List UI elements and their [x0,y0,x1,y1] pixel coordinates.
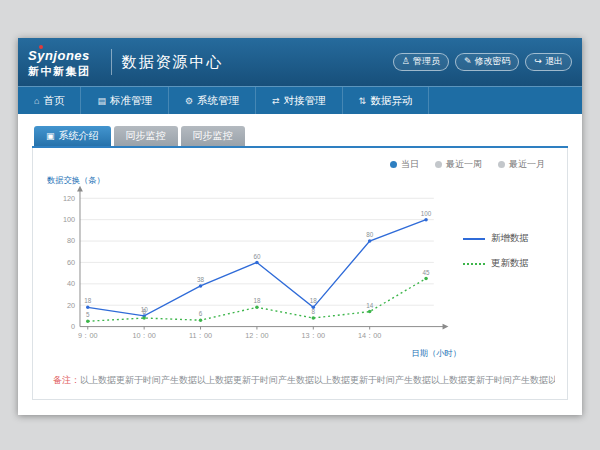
legend-item-updated-data[interactable]: 更新数据 [463,257,555,270]
admin-user-label: 管理员 [413,56,440,68]
nav-item-label: 对接管理 [284,94,326,108]
filter-last-month[interactable]: 最近一月 [498,158,545,171]
series-label: 更新数据 [491,257,529,270]
logout-button[interactable]: ↪ 退出 [525,53,572,71]
chart-area: 0204060801001209：0010：0011：0012：0013：001… [45,173,555,360]
filter-label: 最近一周 [446,158,482,171]
svg-text:12：00: 12：00 [245,331,268,340]
header-divider [111,49,112,75]
nav-item-data-change[interactable]: ⇅ 数据异动 [343,87,430,114]
password-icon: ✎ [464,56,472,68]
logout-label: 退出 [545,56,563,68]
tab-icon: ▣ [46,131,55,141]
time-range-legend: 当日 最近一周 最近一月 [45,156,555,171]
app-header: Synjones 新中新集团 数据资源中心 ♙ 管理员 ✎ 修改密码 ↪ 退出 [18,38,582,86]
footnote: 备注：以上数据更新于时间产生数据以上数据更新于时间产生数据以上数据更新于时间产生… [45,374,555,389]
svg-text:日期（小时）: 日期（小时） [412,349,462,358]
svg-text:38: 38 [197,276,205,283]
change-password-label: 修改密码 [474,56,510,68]
svg-text:40: 40 [67,279,75,288]
nav-item-interface-mgmt[interactable]: ⇄ 对接管理 [256,87,343,114]
tab-label: 同步监控 [193,129,233,143]
svg-text:11：00: 11：00 [189,331,212,340]
footnote-text: 以上数据更新于时间产生数据以上数据更新于时间产生数据以上数据更新于时间产生数据以… [80,375,555,385]
svg-text:0: 0 [71,322,75,331]
logo-text: Synjones [28,49,90,62]
svg-text:13：00: 13：00 [302,331,325,340]
svg-text:5: 5 [86,311,90,318]
svg-text:100: 100 [421,210,432,217]
svg-text:18: 18 [310,297,318,304]
tab-system-intro[interactable]: ▣ 系统介绍 [34,126,111,146]
filter-today[interactable]: 当日 [390,158,419,171]
tab-sync-monitor-2[interactable]: 同步监控 [181,126,245,146]
solid-line-sample-icon [463,238,485,240]
svg-text:45: 45 [423,269,431,276]
nav-item-home[interactable]: ⌂ 首页 [18,87,81,114]
svg-text:数据交换（条）: 数据交换（条） [47,175,105,185]
filter-label: 当日 [401,158,419,171]
page-title: 数据资源中心 [122,53,224,72]
filter-last-week[interactable]: 最近一周 [435,158,482,171]
svg-text:18: 18 [84,297,92,304]
svg-text:6: 6 [199,310,203,317]
svg-text:14: 14 [366,302,374,309]
nav-item-label: 首页 [43,94,64,108]
series-legend: 新增数据 更新数据 [463,173,555,360]
content-area: ▣ 系统介绍 同步监控 同步监控 当日 [18,114,582,400]
svg-text:8: 8 [142,308,146,315]
header-actions: ♙ 管理员 ✎ 修改密码 ↪ 退出 [393,53,572,71]
svg-text:60: 60 [253,253,261,260]
data-change-icon: ⇅ [359,96,367,106]
chart-canvas-wrap: 0204060801001209：0010：0011：0012：0013：001… [45,173,463,360]
svg-text:80: 80 [67,236,75,245]
tab-sync-monitor-1[interactable]: 同步监控 [114,126,178,146]
line-chart: 0204060801001209：0010：0011：0012：0013：001… [45,173,463,360]
logout-icon: ↪ [534,56,542,68]
svg-text:18: 18 [253,297,261,304]
svg-text:14：00: 14：00 [358,331,381,340]
last-month-dot-icon [498,161,505,168]
svg-text:100: 100 [63,215,75,224]
svg-text:60: 60 [67,258,75,267]
nav-item-label: 系统管理 [197,94,239,108]
footnote-label: 备注： [53,375,80,385]
desktop-background: Synjones 新中新集团 数据资源中心 ♙ 管理员 ✎ 修改密码 ↪ 退出 [0,0,600,450]
chart-panel: 当日 最近一周 最近一月 0204060801001209：0010：0011：… [32,148,568,400]
last-week-dot-icon [435,161,442,168]
svg-text:80: 80 [366,231,374,238]
brand-logo: Synjones 新中新集团 [28,47,91,77]
nav-item-system-mgmt[interactable]: ⚙ 系统管理 [169,87,256,114]
nav-item-standard-mgmt[interactable]: ▤ 标准管理 [81,87,169,114]
today-dot-icon [390,161,397,168]
app-window: Synjones 新中新集团 数据资源中心 ♙ 管理员 ✎ 修改密码 ↪ 退出 [18,38,582,415]
svg-text:120: 120 [63,194,75,203]
change-password-button[interactable]: ✎ 修改密码 [455,53,520,71]
home-icon: ⌂ [34,96,39,106]
svg-text:20: 20 [67,301,75,310]
connect-icon: ⇄ [272,96,280,106]
standard-icon: ▤ [97,96,106,106]
tab-label: 系统介绍 [59,129,99,143]
user-icon: ♙ [402,56,410,68]
svg-text:8: 8 [312,308,316,315]
tab-bar: ▣ 系统介绍 同步监控 同步监控 [32,126,568,148]
tab-label: 同步监控 [126,129,166,143]
logo-subtitle: 新中新集团 [28,66,91,77]
gear-icon: ⚙ [185,96,193,106]
dotted-line-sample-icon [463,263,485,265]
svg-text:9：00: 9：00 [78,331,97,340]
svg-text:10：00: 10：00 [132,331,155,340]
filter-label: 最近一月 [509,158,545,171]
nav-item-label: 数据异动 [370,94,412,108]
series-label: 新增数据 [491,232,529,245]
admin-user-button[interactable]: ♙ 管理员 [393,53,449,71]
nav-item-label: 标准管理 [110,94,152,108]
main-navbar: ⌂ 首页 ▤ 标准管理 ⚙ 系统管理 ⇄ 对接管理 ⇅ 数据异动 [18,86,582,114]
logo-red-dot-icon [39,45,43,49]
legend-item-new-data[interactable]: 新增数据 [463,232,555,245]
